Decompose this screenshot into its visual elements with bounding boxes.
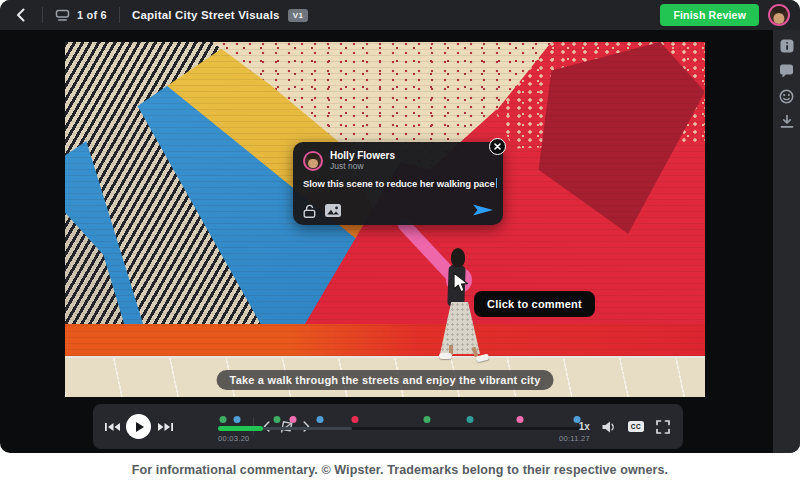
mouse-cursor bbox=[451, 272, 473, 294]
timeline-marker[interactable] bbox=[424, 416, 431, 423]
volume-icon[interactable] bbox=[601, 419, 617, 435]
timeline-marker[interactable] bbox=[466, 416, 473, 423]
play-icon bbox=[136, 422, 144, 432]
reactions-icon[interactable] bbox=[779, 88, 795, 104]
top-bar: 1 of 6 Capital City Street Visuals V1 Fi… bbox=[0, 0, 800, 30]
rewind-button[interactable] bbox=[103, 418, 121, 436]
playback-speed-button[interactable]: 1x bbox=[579, 421, 590, 432]
timeline-marker[interactable] bbox=[517, 416, 524, 423]
timeline-scrubber[interactable]: 00:03.20 00:11.27 bbox=[218, 404, 590, 449]
timeline-marker[interactable] bbox=[233, 416, 240, 423]
timeline-marker[interactable] bbox=[274, 416, 281, 423]
divider bbox=[119, 7, 120, 23]
app-window: 1 of 6 Capital City Street Visuals V1 Fi… bbox=[0, 0, 800, 453]
video-title: Capital City Street Visuals bbox=[132, 9, 280, 21]
video-frame[interactable]: Take a walk through the streets and enjo… bbox=[65, 42, 705, 397]
attach-image-icon[interactable] bbox=[325, 204, 341, 217]
comment-card: Holly Flowers Just now Slow this scene t… bbox=[293, 142, 503, 225]
version-badge: V1 bbox=[288, 9, 309, 22]
timeline-marker[interactable] bbox=[351, 416, 358, 423]
commenter-name: Holly Flowers bbox=[330, 150, 395, 161]
chevron-left-icon bbox=[16, 8, 25, 22]
info-icon[interactable] bbox=[779, 38, 795, 54]
back-button[interactable] bbox=[10, 5, 30, 25]
comment-timestamp: Just now bbox=[330, 161, 395, 171]
playbar: 00:03.20 00:11.27 1x CC bbox=[93, 404, 683, 449]
fullscreen-button[interactable] bbox=[655, 419, 671, 435]
divider bbox=[42, 7, 43, 23]
send-comment-button[interactable] bbox=[473, 202, 493, 218]
progress-played bbox=[218, 426, 263, 431]
fast-forward-button[interactable] bbox=[156, 418, 174, 436]
timeline-marker[interactable] bbox=[290, 416, 297, 423]
right-sidebar bbox=[773, 30, 800, 453]
comment-input[interactable]: Slow this scene to reduce her walking pa… bbox=[303, 178, 493, 189]
closed-captions-button[interactable]: CC bbox=[628, 421, 644, 432]
footer: For informational commentary. © Wipster.… bbox=[0, 453, 800, 486]
click-to-comment-tooltip: Click to comment bbox=[474, 291, 595, 317]
timeline-marker[interactable] bbox=[219, 416, 226, 423]
subtitle-caption: Take a walk through the streets and enjo… bbox=[217, 370, 554, 390]
comments-icon[interactable] bbox=[779, 63, 795, 79]
user-avatar[interactable] bbox=[768, 4, 790, 26]
close-comment-button[interactable] bbox=[489, 138, 506, 155]
commenter-avatar bbox=[303, 151, 323, 171]
timeline-markers bbox=[218, 416, 590, 423]
finish-review-button[interactable]: Finish Review bbox=[660, 4, 759, 26]
text-caret bbox=[496, 178, 498, 188]
disclaimer-text: For informational commentary. © Wipster.… bbox=[132, 463, 668, 477]
file-counter: 1 of 6 bbox=[77, 9, 107, 21]
close-icon bbox=[494, 143, 501, 150]
current-time: 00:03.20 bbox=[218, 434, 250, 443]
send-icon bbox=[473, 202, 493, 218]
version-stack-selector[interactable]: 1 of 6 bbox=[55, 9, 107, 22]
timeline-marker[interactable] bbox=[316, 416, 323, 423]
play-button[interactable] bbox=[126, 414, 151, 439]
layers-icon bbox=[55, 9, 70, 22]
lock-open-icon[interactable] bbox=[303, 203, 316, 218]
download-icon[interactable] bbox=[779, 113, 795, 129]
